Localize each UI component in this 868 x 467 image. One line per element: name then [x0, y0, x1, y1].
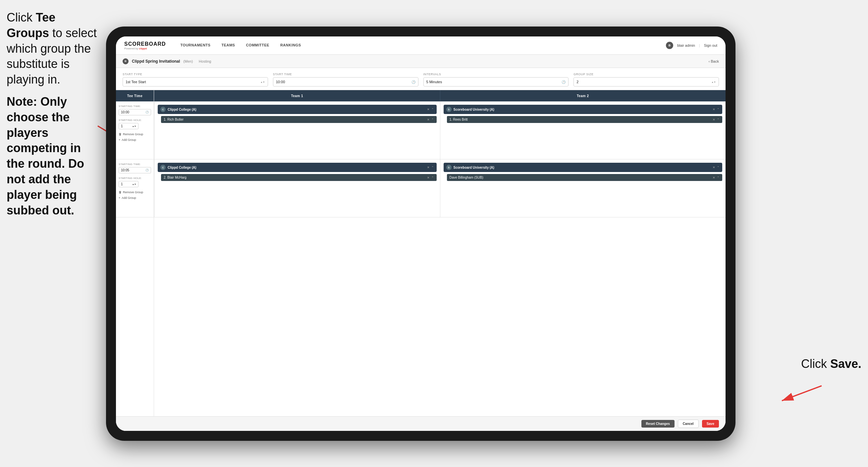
powered-by: Powered by clippd — [124, 47, 166, 50]
group1-hole-chevrons: ▲▼ — [132, 125, 136, 127]
logo: SCOREBOARD Powered by clippd — [124, 41, 166, 50]
group1-starting-hole-label: STARTING HOLE: — [119, 119, 151, 122]
group2-starting-hole-label: STARTING HOLE: — [119, 177, 151, 180]
start-time-group: Start Time 10:00 🕐 — [273, 72, 418, 87]
group1-team2-badge: S — [446, 107, 452, 112]
settings-row: Start Type 1st Tee Start ▲▼ Start Time 1… — [116, 68, 725, 90]
logo-text: SCOREBOARD — [124, 41, 166, 47]
tablet-screen: SCOREBOARD Powered by clippd TOURNAMENTS… — [116, 36, 725, 431]
hosting-label: Hosting — [199, 59, 211, 63]
group-size-chevrons: ▲▼ — [711, 81, 716, 83]
group1-team2-cell: S Scoreboard University (A) ✕ ⌃ 1. Rees … — [440, 101, 726, 159]
group2-team2-cell: S Scoreboard University (A) ✕ ⌃ Dave Bil… — [440, 159, 726, 217]
nav-links: TOURNAMENTS TEAMS COMMITTEE RANKINGS — [176, 36, 666, 55]
group2-time-controls: STARTING TIME: 10:05 🕐 STARTING HOLE: 1 … — [116, 159, 154, 217]
action-bar: Reset Changes Cancel Save — [116, 416, 725, 431]
group1-time-controls: STARTING TIME: 10:00 🕐 STARTING HOLE: 1 … — [116, 101, 154, 159]
group2-hole-input[interactable]: 1 ▲▼ — [119, 181, 138, 187]
intervals-group: Intervals 5 Minutes 🕐 — [424, 72, 569, 87]
tablet-device: SCOREBOARD Powered by clippd TOURNAMENTS… — [106, 27, 736, 441]
team1-header: Team 1 — [154, 90, 440, 101]
group-size-group: Group Size 2 ▲▼ — [574, 72, 719, 87]
start-time-label: Start Time — [273, 72, 418, 76]
group2-team1-badge: C — [160, 165, 166, 170]
start-type-group: Start Type 1st Tee Start ▲▼ — [123, 72, 268, 87]
group-size-input[interactable]: 2 ▲▼ — [574, 77, 719, 87]
start-type-label: Start Type — [123, 72, 268, 76]
group2-remove-button[interactable]: 🗑 Remove Group — [119, 191, 151, 194]
group2-team1-card[interactable]: C Clippd College (A) ✕ ⌃ — [158, 163, 437, 172]
group2-time-input[interactable]: 10:05 🕐 — [119, 167, 151, 173]
group2-team1-player[interactable]: 2. Blair McHarg ✕ ⌃ — [161, 174, 437, 181]
intervals-label: Intervals — [424, 72, 569, 76]
tee-table: Tee Time STARTING TIME: 10:00 🕐 STARTING… — [116, 90, 725, 416]
group1-team2-player[interactable]: 1. Rees Britt ✕ ⌃ — [447, 116, 722, 123]
group2-team1-name: Clippd College (A) — [168, 166, 196, 169]
group2-team-row: C Clippd College (A) ✕ ⌃ 2. Blair McHarg — [154, 159, 725, 217]
tournament-name: Clippd Spring Invitational — [132, 59, 180, 64]
sign-out-link[interactable]: Sign out — [704, 43, 717, 48]
svg-line-3 — [782, 386, 822, 401]
instruction-text: Click Tee Groups to select which group t… — [7, 10, 99, 88]
group2-team2-card[interactable]: S Scoreboard University (A) ✕ ⌃ — [444, 163, 722, 172]
save-bold-text: Save. — [830, 357, 861, 371]
group1-team1-badge: C — [160, 107, 166, 112]
team-headers: Team 1 Team 2 — [154, 90, 725, 101]
group2-starting-time-label: STARTING TIME: — [119, 163, 151, 166]
instructions-panel: Click Tee Groups to select which group t… — [0, 0, 106, 235]
group-size-label: Group Size — [574, 72, 719, 76]
nav-tournaments[interactable]: TOURNAMENTS — [176, 36, 215, 55]
group1-team1-player[interactable]: 1. Rich Butler ✕ ⌃ — [161, 116, 437, 123]
save-button[interactable]: Save — [702, 420, 719, 428]
group1-team2-controls: ✕ ⌃ — [713, 108, 720, 111]
group1-team1-controls: ✕ ⌃ — [427, 108, 434, 111]
save-arrow — [765, 382, 825, 406]
group2-team1-controls: ✕ ⌃ — [427, 166, 434, 169]
nav-right: B blair admin | Sign out — [666, 42, 717, 49]
group2-team2-controls: ✕ ⌃ — [713, 166, 720, 169]
tee-time-header: Tee Time — [116, 90, 154, 101]
group1-remove-button[interactable]: 🗑 Remove Group — [119, 133, 151, 136]
group1-add-button[interactable]: + Add Group — [119, 138, 151, 142]
group1-hole-input[interactable]: 1 ▲▼ — [119, 123, 138, 129]
group1-team2-card[interactable]: S Scoreboard University (A) ✕ ⌃ — [444, 105, 722, 114]
sub-header-left: B Clippd Spring Invitational (Men) Hosti… — [123, 58, 709, 64]
team2-header: Team 2 — [440, 90, 726, 101]
group1-starting-time-label: STARTING TIME: — [119, 105, 151, 108]
nav-teams[interactable]: TEAMS — [217, 36, 240, 55]
group1-team1-name: Clippd College (A) — [168, 108, 196, 111]
navbar: SCOREBOARD Powered by clippd TOURNAMENTS… — [116, 36, 725, 55]
note-text: Note: Only choose the players competing … — [7, 94, 99, 218]
start-type-input[interactable]: 1st Tee Start ▲▼ — [123, 77, 268, 87]
back-button[interactable]: ‹ Back — [709, 59, 719, 63]
reset-changes-button[interactable]: Reset Changes — [641, 420, 675, 428]
tournament-gender: (Men) — [183, 59, 193, 63]
group2-team2-name: Scoreboard University (A) — [454, 166, 494, 169]
group1-time-input[interactable]: 10:00 🕐 — [119, 109, 151, 115]
group1-team1-card[interactable]: C Clippd College (A) ✕ ⌃ — [158, 105, 437, 114]
nav-committee[interactable]: COMMITTEE — [241, 36, 274, 55]
start-time-input[interactable]: 10:00 🕐 — [273, 77, 418, 87]
start-type-chevrons: ▲▼ — [260, 81, 265, 83]
group1-team2-name: Scoreboard University (A) — [454, 108, 494, 111]
main-content: Start Type 1st Tee Start ▲▼ Start Time 1… — [116, 68, 725, 431]
nav-rankings[interactable]: RANKINGS — [276, 36, 306, 55]
group2-team1-cell: C Clippd College (A) ✕ ⌃ 2. Blair McHarg — [154, 159, 440, 217]
tournament-badge: B — [123, 58, 128, 64]
tee-time-column: Tee Time STARTING TIME: 10:00 🕐 STARTING… — [116, 90, 154, 416]
team-columns: Team 1 Team 2 C Clippd College (A) — [154, 90, 725, 416]
cancel-button[interactable]: Cancel — [678, 419, 699, 428]
group2-team2-badge: S — [446, 165, 452, 170]
avatar: B — [666, 42, 673, 49]
group2-team2-player[interactable]: Dave Billingham (SUB) ✕ ⌃ — [447, 174, 722, 181]
sub-header: B Clippd Spring Invitational (Men) Hosti… — [116, 55, 725, 68]
group2-hole-chevrons: ▲▼ — [132, 183, 136, 185]
group2-add-button[interactable]: + Add Group — [119, 196, 151, 200]
intervals-input[interactable]: 5 Minutes 🕐 — [424, 77, 569, 87]
group1-team1-cell: C Clippd College (A) ✕ ⌃ 1. Rich Butler — [154, 101, 440, 159]
username: blair admin — [677, 43, 695, 48]
click-save-label: Click Save. — [801, 357, 861, 371]
group1-team-row: C Clippd College (A) ✕ ⌃ 1. Rich Butler — [154, 101, 725, 159]
